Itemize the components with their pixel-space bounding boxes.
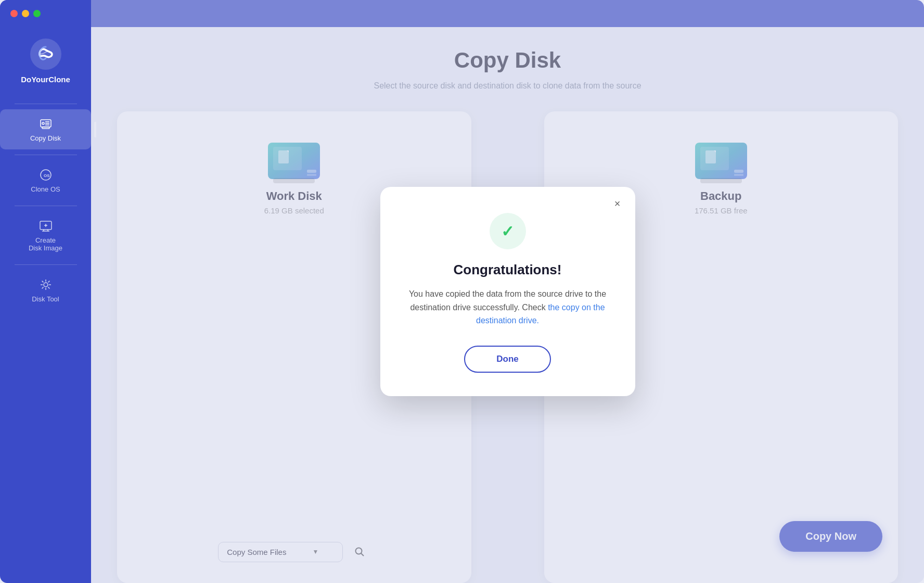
sidebar-item-copy-disk-label: Copy Disk [30, 134, 61, 142]
main-content: Copy Disk Select the source disk and des… [91, 0, 924, 583]
success-circle: ✓ [490, 213, 526, 249]
sidebar-item-create-disk-image-label: CreateDisk Image [29, 236, 62, 252]
disk-tool-icon [38, 277, 53, 292]
sidebar-item-copy-disk[interactable]: Copy Disk [0, 109, 91, 149]
sidebar-item-disk-tool-label: Disk Tool [32, 295, 59, 303]
modal-close-button[interactable]: × [610, 196, 625, 211]
minimize-window-button[interactable] [22, 10, 29, 17]
svg-point-15 [44, 283, 48, 287]
checkmark-icon: ✓ [501, 222, 514, 240]
sidebar-item-disk-tool[interactable]: Disk Tool [0, 270, 91, 310]
svg-text:OS: OS [44, 173, 50, 178]
create-disk-image-icon [38, 219, 53, 233]
svg-rect-6 [42, 127, 49, 129]
sidebar-divider-1 [15, 104, 77, 104]
svg-point-2 [42, 122, 44, 124]
done-button[interactable]: Done [464, 346, 551, 373]
app-logo [29, 37, 62, 71]
modal-overlay: × ✓ Congratulations! You have copied the… [91, 0, 924, 583]
sidebar-item-clone-os-label: Clone OS [31, 185, 60, 193]
traffic-lights [10, 10, 41, 17]
clone-os-icon: OS [38, 168, 53, 182]
sidebar-item-clone-os[interactable]: OS Clone OS [0, 160, 91, 200]
sidebar-divider-3 [15, 206, 77, 206]
sidebar-item-create-disk-image[interactable]: CreateDisk Image [0, 211, 91, 259]
copy-disk-icon [38, 117, 53, 131]
app-name: DoYourClone [21, 75, 70, 84]
sidebar-divider-2 [15, 155, 77, 155]
close-window-button[interactable] [10, 10, 18, 17]
svg-point-0 [30, 39, 61, 70]
sidebar-divider-4 [15, 264, 77, 265]
maximize-window-button[interactable] [33, 10, 41, 17]
sidebar: DoYourClone Copy Disk [0, 0, 91, 583]
modal-title: Congratulations! [454, 262, 562, 278]
modal-body: You have copied the data from the source… [406, 287, 609, 327]
success-modal: × ✓ Congratulations! You have copied the… [380, 187, 635, 396]
